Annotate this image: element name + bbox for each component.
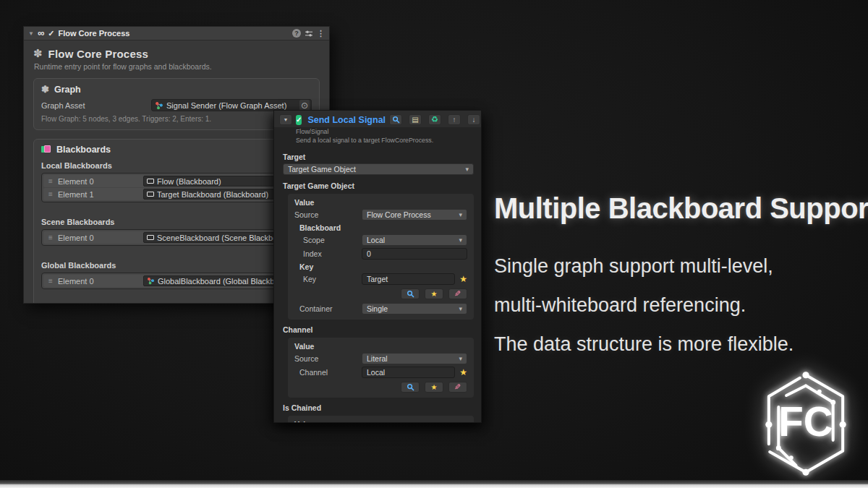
scope-label: Scope — [294, 236, 362, 244]
search-icon — [407, 290, 414, 298]
scope-dropdown[interactable]: Local ▾ — [362, 234, 467, 246]
arrow-up-icon: ↑ — [453, 116, 456, 124]
element-label: Element 0 — [58, 234, 143, 242]
chevron-down-icon: ▾ — [465, 166, 469, 173]
container-label: Container — [294, 304, 362, 313]
drag-handle-icon[interactable]: ≡ — [43, 277, 58, 285]
local-blackboards-label: Local Blackboards — [41, 161, 312, 170]
index-value: 0 — [367, 249, 371, 258]
flow-graph-asset-icon — [155, 101, 163, 110]
kebab-menu-icon[interactable]: ⋮ — [317, 29, 325, 38]
channel-favorite-button[interactable]: ★ — [425, 382, 443, 393]
node-enabled-checkbox[interactable]: ✓ — [296, 115, 302, 125]
source-dropdown-value: Flow Core Process — [367, 210, 459, 219]
blackboard-label: Blackboard — [294, 223, 467, 232]
node-move-down-button[interactable]: ↓ — [467, 114, 480, 125]
value-label: Value — [294, 420, 467, 423]
check-icon: ✓ — [296, 116, 302, 124]
chevron-down-icon: ▾ — [459, 355, 462, 362]
drag-handle-icon[interactable]: ≡ — [43, 190, 58, 198]
scope-dropdown-value: Local — [367, 236, 459, 244]
graph-section-title: Graph — [54, 85, 81, 95]
blackboards-icon — [41, 145, 51, 154]
search-icon — [392, 116, 400, 124]
node-search-button[interactable] — [389, 114, 402, 125]
component-header-title: Flow Core Process — [58, 29, 289, 38]
key-edit-button[interactable]: ✎ — [448, 288, 467, 299]
component-title: Flow Core Process — [48, 48, 148, 60]
target-dropdown[interactable]: Target Game Object ▾ — [283, 163, 474, 175]
help-icon[interactable]: ? — [292, 29, 301, 38]
node-editor-panel: ▼ ✓ Send Local Signal ▤ ♻ ↑ ↓ — Flow/Sig… — [273, 110, 482, 423]
container-dropdown[interactable]: Single ▾ — [362, 303, 467, 314]
node-category: Flow/Signal — [296, 128, 475, 137]
element-label: Element 0 — [58, 277, 143, 286]
index-input[interactable]: 0 — [362, 248, 467, 260]
bottom-strip — [0, 480, 868, 488]
target-dropdown-value: Target Game Object — [288, 165, 465, 174]
presets-icon[interactable] — [305, 30, 313, 38]
scene-blackboards-label: Scene Blackboards — [41, 218, 312, 226]
blackboards-section-title: Blackboards — [56, 145, 111, 155]
key-search-button[interactable] — [401, 288, 420, 299]
global-blackboards-label: Global Blackboards — [41, 261, 312, 270]
clipboard-icon: ▤ — [412, 116, 418, 124]
node-title: Send Local Signal — [305, 115, 386, 125]
key-favorite-button[interactable]: ★ — [425, 288, 443, 299]
node-description: Send a local signal to a target FlowCore… — [296, 137, 475, 145]
node-move-up-button[interactable]: ↑ — [448, 114, 461, 125]
flow-core-process-icon: ✽ — [33, 47, 43, 60]
enabled-checkbox[interactable]: ✓ — [48, 29, 54, 38]
component-subtitle: Runtime entry point for flow graphs and … — [34, 62, 320, 71]
foldout-icon[interactable]: ▼ — [28, 30, 34, 37]
element-label: Element 0 — [58, 177, 143, 186]
global-blackboard-icon — [147, 277, 155, 285]
key-header: Key — [294, 262, 467, 271]
object-picker-icon[interactable]: ⊙ — [299, 100, 310, 111]
list-item[interactable]: ≡ Element 0 — [43, 275, 310, 287]
promo-line: The data structure is more flexible. — [494, 333, 859, 356]
star-icon[interactable]: ★ — [455, 367, 467, 377]
slide-canvas: ▼ ∞ ✓ Flow Core Process ? ⋮ ✽ Flow Core … — [0, 0, 868, 488]
channel-input[interactable]: Local — [362, 367, 455, 378]
value-label: Value — [294, 198, 467, 207]
channel-value: Local — [367, 368, 385, 377]
node-copy-button[interactable]: ▤ — [409, 114, 422, 125]
channel-field-label: Channel — [294, 368, 362, 377]
channel-label: Channel — [283, 325, 474, 334]
key-input[interactable]: Target — [362, 273, 455, 285]
value-label: Value — [294, 342, 467, 351]
node-replace-button[interactable]: ♻ — [428, 114, 441, 125]
chevron-down-icon: ▾ — [459, 211, 462, 218]
channel-search-button[interactable] — [401, 382, 420, 393]
key-value: Target — [367, 275, 388, 283]
source-dropdown[interactable]: Flow Core Process ▾ — [362, 209, 467, 221]
channel-source-dropdown[interactable]: Literal ▾ — [362, 353, 467, 364]
fc-logo: FC — [757, 370, 855, 477]
star-icon[interactable]: ★ — [455, 274, 467, 284]
channel-edit-button[interactable]: ✎ — [448, 382, 467, 393]
pencil-icon: ✎ — [454, 382, 461, 392]
drag-handle-icon[interactable]: ≡ — [43, 234, 58, 241]
node-header: ▼ ✓ Send Local Signal ▤ ♻ ↑ ↓ — — [274, 111, 481, 127]
key-label: Key — [294, 275, 362, 283]
node-foldout-button[interactable]: ▼ — [279, 114, 292, 125]
blackboard-icon — [147, 192, 154, 197]
target-label: Target — [283, 153, 474, 161]
list-item[interactable]: ≡ Element 1 Target Blackboard (Blackboar… — [43, 188, 310, 200]
link-icon: ∞ — [38, 30, 44, 37]
drag-handle-icon[interactable]: ≡ — [43, 177, 58, 185]
channel-section: Value Source Literal ▾ Channel Local ★ — [288, 338, 474, 398]
component-header[interactable]: ▼ ∞ ✓ Flow Core Process ? ⋮ — [24, 27, 329, 40]
target-game-object-label: Target Game Object — [283, 181, 474, 190]
fc-logo-text: FC — [778, 399, 833, 445]
promo-block: Multiple Blackboard Support Single graph… — [494, 192, 859, 356]
list-item[interactable]: ≡ Element 0 Flow (Blackboard) — [43, 175, 310, 187]
container-dropdown-value: Single — [367, 304, 459, 313]
foldout-icon: ▼ — [284, 117, 289, 122]
element-label: Element 1 — [58, 190, 143, 199]
chevron-down-icon: ▾ — [459, 236, 462, 244]
graph-icon: ✽ — [41, 84, 49, 95]
list-item[interactable]: ≡ Element 0 SceneBlackboard (Scene Black… — [43, 231, 310, 244]
promo-line: Single graph support multi-level, — [494, 255, 859, 278]
